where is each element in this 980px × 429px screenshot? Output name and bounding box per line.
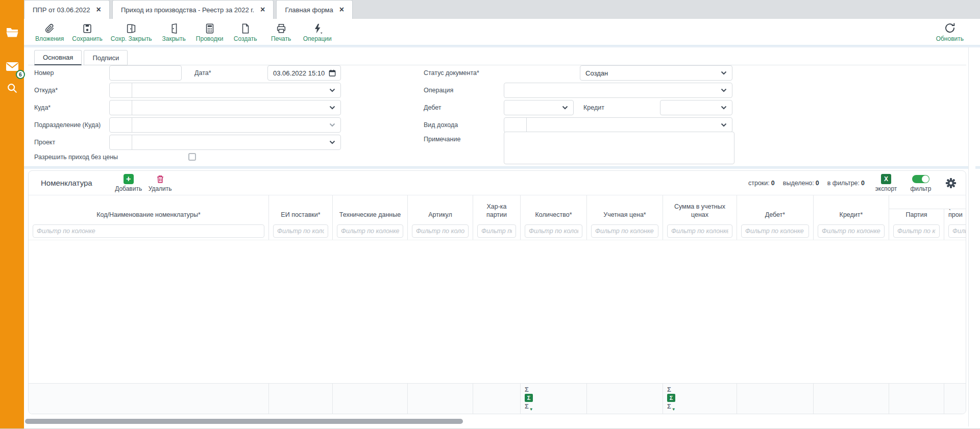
gear-icon[interactable] [945,178,957,189]
column-header[interactable]: Дебет* [737,195,813,222]
toolbar-label: Печать [271,35,291,42]
tab-document[interactable]: ППР от 03.06.2022 × [24,0,110,19]
column-header[interactable]: Хар-ка партии [473,195,520,222]
sum-all-icon[interactable]: Σ [667,386,671,393]
column-filter-input[interactable] [337,224,403,238]
column-header[interactable]: Код/Наименование номенклатуры* [29,195,268,222]
department-code-input[interactable] [110,118,132,132]
tab-signatures[interactable]: Подписи [84,50,128,65]
tab-registry[interactable]: Приход из производства - Реестр за 2022 … [112,0,274,19]
debit-select[interactable] [504,100,574,115]
print-button[interactable]: Печать [263,20,299,44]
to-code-input[interactable] [110,100,132,115]
column-header[interactable]: ЕИ поставки* [269,195,332,222]
income-type-combobox[interactable] [504,117,732,133]
debit-label: Дебет [424,100,442,115]
note-label: Примечание [424,132,460,147]
column-header[interactable]: Сумма в учетных ценах [663,195,737,222]
scrollbar-thumb[interactable] [25,419,463,424]
filter-toggle[interactable]: фильтр [908,174,934,192]
save-close-button[interactable]: Сохр. Закрыть [107,20,156,44]
column-filter-input[interactable] [591,224,658,238]
document-body: Основная Подписи Номер Дата* 03.06.2022 … [24,47,980,429]
date-input[interactable]: 03.06.2022 15:10 [267,65,341,81]
search-icon[interactable] [0,81,24,96]
close-button[interactable]: Закрыть [156,20,192,44]
column-technical-data: Технические данные [332,195,407,240]
folder-icon[interactable] [0,24,24,40]
refresh-button[interactable]: Обновить [932,20,968,44]
excel-icon: X [881,174,891,184]
number-input[interactable] [109,65,182,81]
column-filter-input[interactable] [948,224,966,238]
toolbar-label: Создать [234,35,257,42]
delete-row-button[interactable]: Удалить [144,174,176,192]
project-code-input[interactable] [110,135,132,149]
operation-select[interactable] [504,83,732,98]
status-select[interactable]: Создан [580,65,732,81]
from-combobox[interactable] [109,83,341,98]
tab-label: Главная форма [285,6,333,14]
column-filter-input[interactable] [667,224,732,238]
column-header[interactable]: Учетная цена* [587,195,663,222]
column-header[interactable]: Технические данные [333,195,407,222]
sum-all-icon[interactable]: Σ [525,386,529,393]
column-header[interactable]: Количество* [521,195,586,222]
operations-button[interactable]: Операции [299,20,336,44]
close-icon[interactable]: × [260,6,265,14]
mail-icon[interactable]: 6 [0,59,24,74]
allow-no-price-checkbox[interactable] [188,153,196,161]
chevron-down-icon [721,106,727,110]
tab-main[interactable]: Основная [34,50,82,65]
sum-selected-icon[interactable]: Σ [525,394,533,402]
sum-selected-icon[interactable]: Σ [667,394,675,402]
tab-main-form[interactable]: Главная форма × [276,0,353,19]
note-textarea[interactable] [504,132,734,164]
sum-filtered-icon[interactable]: Σ▼ [667,402,676,412]
export-excel-button[interactable]: X экспорт [873,174,899,192]
project-combobox[interactable] [109,135,341,150]
horizontal-scrollbar[interactable] [24,418,966,424]
column-filter-input[interactable] [477,224,516,238]
chevron-down-icon [329,88,335,92]
credit-select[interactable] [660,100,732,115]
create-button[interactable]: Создать [228,20,263,44]
column-filter-input[interactable] [741,224,809,238]
to-label: Куда* [34,100,51,115]
save-button[interactable]: Сохранить [68,20,107,44]
group-header-cell [889,195,966,209]
sum-filtered-icon[interactable]: Σ▼ [525,402,533,412]
add-row-button[interactable]: + Добавить [113,174,144,192]
income-type-code-input[interactable] [504,118,527,132]
chevron-down-icon [329,140,335,144]
door-icon [168,22,180,34]
paperclip-icon [44,22,55,34]
toolbar-label: Закрыть [162,35,186,42]
column-filter-input[interactable] [893,224,940,238]
column-filter-input[interactable] [525,224,582,238]
column-header[interactable]: Артикул [408,195,473,222]
table-body-empty[interactable] [29,240,966,383]
column-filter-input[interactable] [818,224,885,238]
column-filter-input[interactable] [273,224,328,238]
save-icon [82,22,93,34]
to-combobox[interactable] [109,100,341,115]
column-header[interactable]: Кредит* [814,195,889,222]
number-label: Номер [34,65,54,81]
column-credit: Кредит* [813,195,889,240]
postings-button[interactable]: Проводки [192,20,228,44]
from-label: Откуда* [34,83,58,98]
column-filter-input[interactable] [412,224,469,238]
from-code-input[interactable] [110,83,132,97]
column-batch-char: Хар-ка партии [473,195,520,240]
income-type-label: Вид дохода [424,117,458,133]
filter-mark-icon: ▼ [672,407,676,412]
main-area: ППР от 03.06.2022 × Приход из производст… [24,0,980,429]
attachments-button[interactable]: Вложения [31,20,68,44]
close-icon[interactable]: × [339,6,344,14]
column-filter-input[interactable] [33,224,264,238]
department-combobox[interactable] [109,117,341,133]
vertical-scrollbar-track[interactable] [968,47,975,426]
close-icon[interactable]: × [96,6,101,14]
printer-icon [276,22,287,34]
